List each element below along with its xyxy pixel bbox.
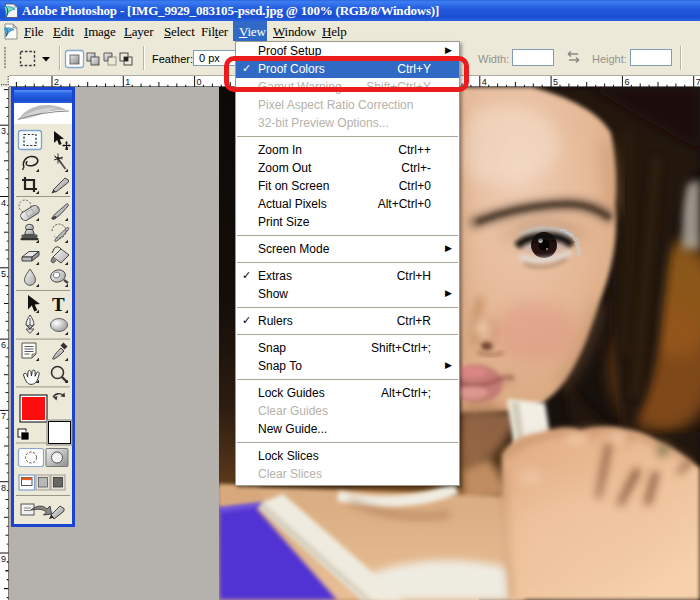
svg-text:6: 6	[1, 340, 6, 350]
svg-text:2: 2	[54, 77, 59, 87]
svg-text:5: 5	[1, 269, 6, 279]
svg-text:T: T	[52, 294, 65, 315]
svg-text:7: 7	[1, 411, 6, 421]
svg-text:4: 4	[482, 77, 487, 87]
svg-text:7: 7	[696, 77, 700, 87]
svg-text:3: 3	[1, 126, 6, 136]
svg-text:9: 9	[1, 554, 6, 564]
svg-text:4: 4	[1, 198, 6, 208]
svg-text:6: 6	[624, 77, 629, 87]
svg-text:0: 0	[197, 77, 202, 87]
svg-text:5: 5	[553, 77, 558, 87]
svg-text:1: 1	[125, 77, 130, 87]
svg-text:8: 8	[1, 483, 6, 493]
